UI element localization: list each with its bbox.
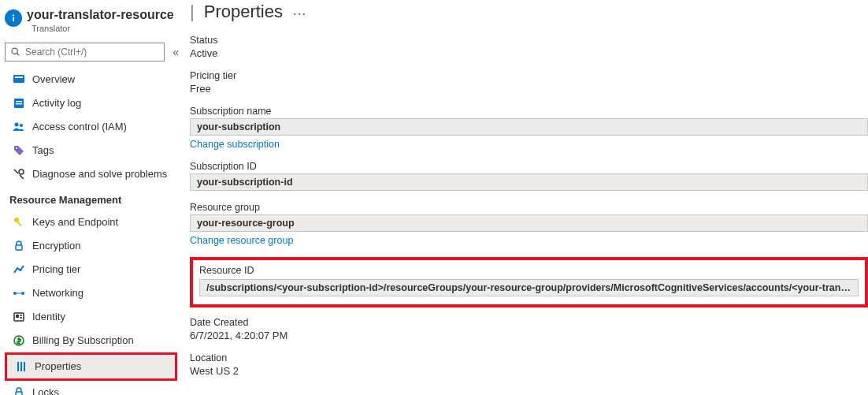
overview-icon xyxy=(13,73,25,86)
sidebar-item-label: Pricing tier xyxy=(32,263,80,275)
svg-point-2 xyxy=(12,48,17,54)
svg-point-20 xyxy=(17,315,19,317)
svg-point-10 xyxy=(20,124,23,127)
sidebar-item-label: Overview xyxy=(32,73,75,85)
sub-name-field[interactable]: your-subscription xyxy=(190,118,868,136)
resource-header: your-translator-resource Translator xyxy=(5,5,179,39)
svg-rect-25 xyxy=(20,362,22,371)
sidebar-item-properties[interactable]: Properties xyxy=(7,355,175,378)
sidebar-item-label: Diagnose and solve problems xyxy=(32,168,167,180)
svg-point-11 xyxy=(16,147,17,149)
svg-rect-5 xyxy=(15,76,23,78)
resource-id-label: Resource ID xyxy=(199,265,859,276)
svg-rect-8 xyxy=(16,103,22,105)
resource-name: your-translator-resource xyxy=(27,8,174,22)
svg-rect-4 xyxy=(13,75,24,83)
sidebar-item-activity-log[interactable]: Activity log xyxy=(5,91,179,115)
sidebar-item-keys-endpoint[interactable]: Keys and Endpoint xyxy=(5,211,179,234)
sub-id-field[interactable]: your-subscription-id xyxy=(190,173,868,191)
change-subscription-link[interactable]: Change subscription xyxy=(190,139,280,150)
sidebar-item-diagnose[interactable]: Diagnose and solve problems xyxy=(5,162,179,186)
svg-rect-7 xyxy=(16,101,22,102)
svg-point-12 xyxy=(19,170,24,174)
sidebar-item-identity[interactable]: Identity xyxy=(5,305,179,329)
people-icon xyxy=(13,121,25,133)
activity-log-icon xyxy=(13,97,25,110)
highlight-properties-nav: Properties xyxy=(5,352,177,381)
info-icon xyxy=(5,9,22,27)
sidebar-item-label: Identity xyxy=(32,311,65,322)
search-input[interactable] xyxy=(24,46,159,58)
svg-rect-18 xyxy=(15,293,23,293)
prop-pricing-tier: Pricing tier Free xyxy=(190,70,868,95)
sidebar-item-label: Billing By Subscription xyxy=(32,334,134,346)
sidebar-item-billing[interactable]: Billing By Subscription xyxy=(5,329,179,352)
sidebar-item-label: Properties xyxy=(35,360,81,372)
sidebar-item-label: Keys and Endpoint xyxy=(32,216,118,228)
sidebar-item-overview[interactable]: Overview xyxy=(5,68,179,91)
date-created-value: 6/7/2021, 4:20:07 PM xyxy=(190,330,868,341)
svg-rect-15 xyxy=(16,245,22,250)
date-created-label: Date Created xyxy=(190,317,868,328)
svg-rect-26 xyxy=(24,362,25,371)
prop-date-created: Date Created 6/7/2021, 4:20:07 PM xyxy=(190,317,868,341)
lock-icon xyxy=(13,240,25,252)
svg-rect-14 xyxy=(17,221,22,226)
svg-rect-27 xyxy=(16,392,22,395)
diagnose-icon xyxy=(13,168,25,181)
location-value: West US 2 xyxy=(190,365,868,377)
svg-rect-24 xyxy=(17,362,19,371)
tier-label: Pricing tier xyxy=(190,70,868,81)
sidebar-item-label: Networking xyxy=(32,287,83,299)
prop-location: Location West US 2 xyxy=(190,352,868,377)
sub-name-label: Subscription name xyxy=(190,106,868,117)
more-actions-icon[interactable]: … xyxy=(292,3,306,20)
rg-field[interactable]: your-resource-group xyxy=(190,214,868,232)
search-box[interactable] xyxy=(5,43,165,61)
main-content: | Properties … Status Active Pricing tie… xyxy=(179,0,868,395)
key-icon xyxy=(13,216,25,229)
tier-value: Free xyxy=(190,83,868,95)
sidebar-item-label: Activity log xyxy=(32,97,81,109)
svg-line-3 xyxy=(17,54,20,56)
page-title-row: | Properties … xyxy=(190,0,868,35)
sidebar-item-label: Encryption xyxy=(32,240,80,252)
highlight-resource-id: Resource ID /subscriptions/<your-subscri… xyxy=(190,257,868,307)
identity-icon xyxy=(13,311,25,323)
collapse-sidebar-icon[interactable]: « xyxy=(172,47,179,58)
sidebar-item-label: Locks xyxy=(32,386,59,395)
location-label: Location xyxy=(190,352,868,363)
sidebar: your-translator-resource Translator « Ov… xyxy=(0,0,179,395)
sidebar-section-resource-management: Resource Management xyxy=(5,186,179,211)
prop-resource-group: Resource group your-resource-group Chang… xyxy=(190,202,868,246)
status-value: Active xyxy=(190,47,868,59)
properties-icon xyxy=(15,360,28,373)
page-title: Properties xyxy=(204,2,283,22)
sidebar-item-encryption[interactable]: Encryption xyxy=(5,234,179,258)
change-resource-group-link[interactable]: Change resource group xyxy=(190,235,293,246)
locks-icon xyxy=(13,386,25,395)
network-icon xyxy=(13,287,25,300)
svg-point-9 xyxy=(15,122,19,126)
svg-rect-1 xyxy=(13,17,14,21)
sub-id-label: Subscription ID xyxy=(190,161,868,172)
prop-subscription-id: Subscription ID your-subscription-id xyxy=(190,161,868,191)
rg-label: Resource group xyxy=(190,202,868,213)
sidebar-item-label: Access control (IAM) xyxy=(32,121,127,132)
prop-status: Status Active xyxy=(190,35,868,59)
resource-id-field[interactable]: /subscriptions/<your-subscription-id>/re… xyxy=(199,279,859,296)
sidebar-item-tags[interactable]: Tags xyxy=(5,139,179,162)
sidebar-item-pricing-tier[interactable]: Pricing tier xyxy=(5,258,179,281)
sidebar-item-locks[interactable]: Locks xyxy=(5,381,179,395)
title-divider-icon: | xyxy=(190,3,195,20)
resource-type: Translator xyxy=(32,24,174,33)
sidebar-item-networking[interactable]: Networking xyxy=(5,281,179,305)
prop-subscription-name: Subscription name your-subscription Chan… xyxy=(190,106,868,150)
search-icon xyxy=(10,47,20,57)
status-label: Status xyxy=(190,35,868,46)
svg-point-0 xyxy=(13,14,14,16)
sidebar-item-access-control[interactable]: Access control (IAM) xyxy=(5,115,179,139)
billing-icon xyxy=(13,334,25,347)
tag-icon xyxy=(13,144,25,157)
pricing-icon xyxy=(13,263,25,276)
